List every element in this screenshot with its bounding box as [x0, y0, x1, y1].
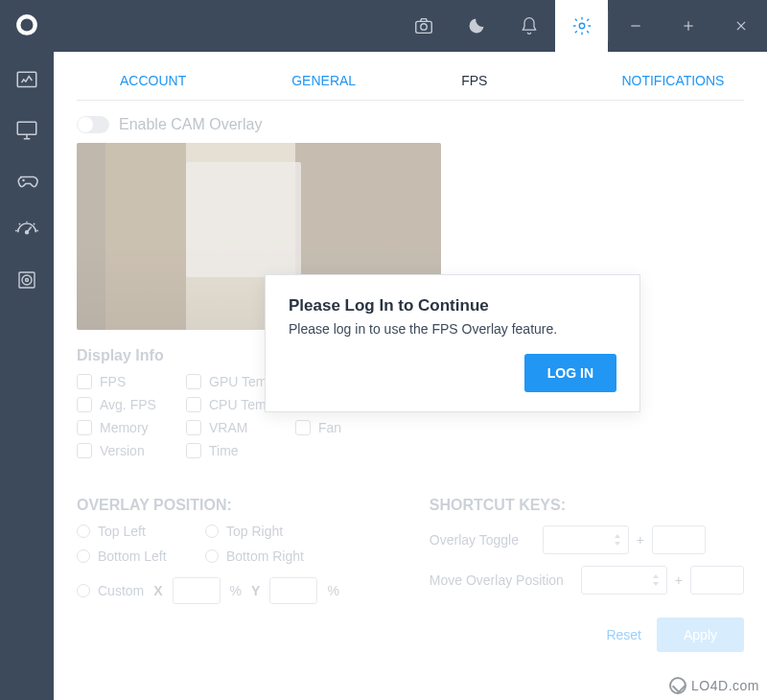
- check-vram[interactable]: VRAM: [186, 420, 291, 435]
- login-modal: Please Log In to Continue Please log in …: [265, 274, 640, 412]
- bell-icon[interactable]: [502, 0, 555, 52]
- titlebar: [0, 0, 767, 52]
- check-time[interactable]: Time: [186, 443, 291, 458]
- sidebar: [0, 52, 54, 700]
- check-memory[interactable]: Memory: [77, 420, 182, 435]
- sidebar-gauge-icon[interactable]: [13, 217, 40, 244]
- radio-custom[interactable]: Custom: [77, 583, 144, 598]
- x-pct: %: [230, 583, 242, 598]
- tab-notifications[interactable]: NOTIFICATIONS: [621, 61, 724, 100]
- radio-bottom-left[interactable]: Bottom Left: [77, 548, 201, 564]
- enable-overlay-row: Enable CAM Overlay: [77, 116, 744, 133]
- svg-point-2: [579, 23, 585, 29]
- maximize-icon[interactable]: [662, 0, 714, 52]
- login-button[interactable]: LOG IN: [524, 354, 616, 392]
- check-fps[interactable]: FPS: [77, 374, 182, 389]
- app-logo: [0, 0, 54, 52]
- radio-bottom-right[interactable]: Bottom Right: [205, 548, 330, 564]
- move-overlay-key-input[interactable]: [690, 566, 744, 595]
- overlay-toggle-key-input[interactable]: [652, 525, 706, 554]
- minimize-icon[interactable]: [609, 0, 662, 52]
- overlay-toggle-label: Overlay Toggle: [430, 532, 535, 548]
- sidebar-disk-icon[interactable]: [13, 267, 40, 293]
- content-area: ACCOUNT GENERAL FPS NOTIFICATIONS Enable…: [54, 52, 767, 700]
- svg-point-12: [22, 275, 32, 285]
- radio-top-left[interactable]: Top Left: [77, 524, 201, 539]
- overlay-toggle-modifier-select[interactable]: [543, 525, 629, 554]
- overlay-position-group: Top Left Top Right Bottom Left Bottom Ri…: [77, 524, 391, 564]
- shortcut-keys-title: SHORTCUT KEYS:: [430, 497, 744, 514]
- y-input[interactable]: [269, 577, 317, 604]
- apply-button[interactable]: Apply: [657, 618, 744, 652]
- move-overlay-modifier-select[interactable]: [581, 566, 667, 595]
- y-label: Y: [251, 583, 260, 598]
- moon-icon[interactable]: [450, 0, 502, 52]
- svg-point-10: [26, 231, 29, 234]
- svg-rect-9: [17, 122, 36, 134]
- enable-overlay-label: Enable CAM Overlay: [119, 116, 262, 133]
- watermark: LO4D.com: [669, 677, 759, 694]
- check-fan[interactable]: Fan: [295, 420, 401, 435]
- x-label: X: [153, 583, 162, 598]
- overlay-position-title: OVERLAY POSITION:: [77, 497, 391, 514]
- modal-body: Please log in to use the FPS Overlay fea…: [289, 321, 616, 337]
- tab-general[interactable]: GENERAL: [291, 61, 356, 100]
- settings-tabs: ACCOUNT GENERAL FPS NOTIFICATIONS: [77, 61, 744, 101]
- close-icon[interactable]: [714, 0, 767, 52]
- svg-point-13: [26, 279, 29, 282]
- sidebar-gamepad-icon[interactable]: [13, 167, 40, 194]
- gear-icon[interactable]: [555, 0, 608, 52]
- tab-account[interactable]: ACCOUNT: [120, 61, 186, 100]
- tab-fps[interactable]: FPS: [461, 61, 487, 100]
- enable-overlay-toggle[interactable]: [77, 116, 109, 133]
- sidebar-monitor-icon[interactable]: [13, 117, 40, 144]
- radio-top-right[interactable]: Top Right: [205, 524, 330, 539]
- modal-title: Please Log In to Continue: [289, 296, 616, 315]
- watermark-icon: [669, 677, 686, 694]
- move-overlay-label: Move Overlay Position: [430, 572, 573, 588]
- x-input[interactable]: [173, 577, 221, 604]
- check-avg-fps[interactable]: Avg. FPS: [77, 397, 182, 412]
- check-version[interactable]: Version: [77, 443, 182, 458]
- sidebar-dashboard-icon[interactable]: [13, 67, 40, 94]
- y-pct: %: [327, 583, 338, 598]
- reset-button[interactable]: Reset: [606, 627, 641, 642]
- camera-icon[interactable]: [397, 0, 450, 52]
- svg-point-1: [420, 24, 426, 30]
